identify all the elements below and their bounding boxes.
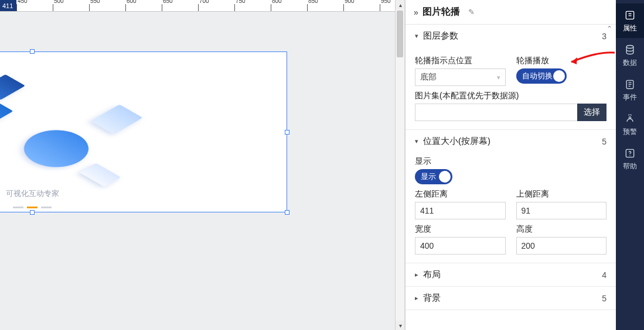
section-header-position[interactable]: ▾ 位置大小(按屏幕) 5	[406, 130, 616, 153]
svg-point-5	[629, 155, 630, 156]
ruler-tick: 850	[307, 4, 308, 11]
svg-point-3	[629, 117, 631, 119]
section-header-background[interactable]: ▸ 背景 5	[406, 287, 616, 310]
chevron-right-icon: ▸	[415, 294, 423, 302]
sidebar-item-properties[interactable]: 属性	[616, 4, 644, 38]
sidebar-item-label: 帮助	[623, 161, 637, 171]
ruler-tick: 550	[89, 4, 90, 11]
display-toggle[interactable]: 显示	[415, 169, 452, 184]
help-icon	[624, 147, 636, 159]
top-distance-input[interactable]	[516, 202, 607, 219]
data-icon	[624, 44, 636, 56]
section-count: 5	[602, 137, 606, 146]
width-input[interactable]	[415, 237, 506, 255]
property-panel: » 图片轮播 ✎ ▾ 图层参数 3 轮播指示点位置 底部	[405, 0, 616, 330]
section-count: 5	[602, 294, 606, 303]
top-distance-label: 上侧距离	[516, 189, 607, 200]
indicator-position-select[interactable]: 底部 ▾	[415, 68, 506, 86]
autoplay-label: 轮播播放	[516, 56, 607, 66]
events-icon	[624, 78, 636, 90]
sidebar-item-help[interactable]: 帮助	[616, 142, 644, 176]
banner-illustration	[0, 64, 275, 200]
section-title: 图层参数	[423, 30, 602, 42]
sidebar-item-label: 事件	[623, 92, 637, 102]
ruler-tick: 650	[162, 4, 162, 11]
section-position: ▾ 位置大小(按屏幕) 5 显示 显示 左侧距离	[406, 130, 616, 263]
panel-title: 图片轮播	[422, 6, 460, 18]
indicator-position-label: 轮播指示点位置	[415, 56, 506, 66]
collapse-panel-icon[interactable]: »	[414, 8, 417, 17]
chevron-down-icon: ▾	[415, 138, 423, 145]
design-canvas[interactable]: 411 450500550600650700750800850900950 ▴ …	[0, 0, 405, 330]
imageset-label: 图片集(本配置优先于数据源)	[415, 91, 606, 101]
chevron-down-icon: ▾	[497, 74, 500, 81]
section-count: 4	[602, 270, 606, 280]
sidebar-item-alert[interactable]: 预警	[616, 107, 644, 142]
chevron-down-icon: ▾	[415, 32, 423, 40]
height-input[interactable]	[516, 237, 607, 255]
sidebar-item-label: 预警	[623, 127, 637, 137]
banner-footer-caption: 可视化互动专家	[6, 188, 59, 199]
svg-point-1	[626, 46, 633, 49]
imageset-input[interactable]	[415, 104, 577, 121]
sidebar-item-label: 属性	[623, 23, 637, 33]
scroll-down-icon[interactable]: ▾	[396, 321, 405, 330]
ruler-tick: 700	[198, 4, 199, 11]
select-value: 底部	[420, 72, 437, 82]
svg-rect-0	[626, 11, 633, 19]
resize-handle-s[interactable]	[30, 210, 35, 215]
section-title: 位置大小(按屏幕)	[423, 136, 602, 147]
chevron-right-icon: ▸	[415, 271, 423, 279]
section-title: 布局	[423, 269, 602, 280]
selected-carousel-element[interactable]: 多屏互动 数据联通 酷炫的多屏互动，简单将多系统多业务数据聚合并同屏展示，让数据…	[0, 51, 287, 212]
canvas-vertical-scrollbar[interactable]: ▴ ▾	[395, 0, 404, 330]
toggle-knob	[553, 70, 565, 82]
resize-handle-n[interactable]	[30, 49, 35, 54]
ruler-horizontal: 411 450500550600650700750800850900950	[0, 0, 404, 12]
ruler-tick: 500	[53, 4, 53, 11]
carousel-indicator[interactable]	[13, 207, 52, 208]
toggle-knob	[439, 171, 451, 183]
right-icon-sidebar: 属性 数据 事件 预警 帮助	[616, 0, 644, 330]
section-header-layer-params[interactable]: ▾ 图层参数 3	[406, 25, 616, 47]
ruler-origin-badge: 411	[0, 0, 16, 12]
ruler-tick: 750	[234, 4, 235, 11]
section-background: ▸ 背景 5	[406, 287, 616, 310]
section-title: 背景	[423, 293, 602, 304]
toggle-text: 显示	[421, 171, 436, 182]
collapse-all-icon[interactable]: ⌃	[606, 25, 612, 33]
ruler-tick: 800	[271, 4, 271, 11]
resize-handle-se[interactable]	[285, 210, 289, 215]
toggle-text: 自动切换	[522, 71, 553, 81]
choose-images-button[interactable]: 选择	[577, 104, 606, 121]
section-header-layout[interactable]: ▸ 布局 4	[406, 263, 616, 286]
ruler-tick: 900	[343, 4, 344, 11]
edit-title-icon[interactable]: ✎	[468, 8, 475, 16]
autoplay-toggle[interactable]: 自动切换	[516, 68, 567, 84]
scroll-up-icon[interactable]: ▴	[396, 0, 405, 9]
properties-icon	[624, 9, 636, 21]
resize-handle-e[interactable]	[285, 130, 289, 135]
section-layout: ▸ 布局 4	[406, 263, 616, 287]
sidebar-item-data[interactable]: 数据	[616, 38, 644, 73]
alert-icon	[624, 113, 636, 125]
sidebar-item-events[interactable]: 事件	[616, 73, 644, 107]
ruler-tick: 950	[380, 4, 380, 11]
ruler-tick: 450	[16, 4, 17, 11]
left-distance-label: 左侧距离	[415, 189, 506, 200]
display-label: 显示	[415, 156, 606, 167]
height-label: 高度	[516, 224, 607, 235]
ruler-tick: 600	[125, 4, 126, 11]
width-label: 宽度	[415, 224, 506, 235]
sidebar-item-label: 数据	[623, 58, 637, 68]
section-layer-params: ▾ 图层参数 3 轮播指示点位置 底部 ▾	[406, 25, 616, 130]
left-distance-input[interactable]	[415, 202, 506, 219]
section-count: 3	[602, 32, 606, 41]
scroll-thumb[interactable]	[397, 11, 403, 57]
